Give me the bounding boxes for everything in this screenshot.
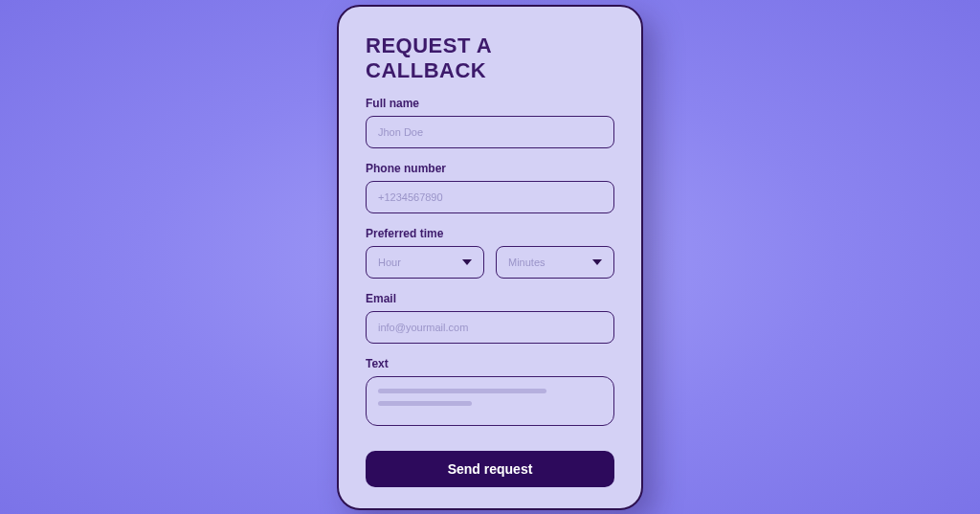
fullname-label: Full name (366, 97, 614, 110)
preferred-time-label: Preferred time (366, 227, 614, 240)
email-group: Email (366, 292, 614, 344)
email-label: Email (366, 292, 614, 305)
hour-select-placeholder: Hour (378, 257, 401, 268)
phone-group: Phone number (366, 162, 614, 213)
minutes-select-placeholder: Minutes (508, 257, 546, 268)
caret-down-icon (462, 259, 472, 265)
callback-form-card: REQUEST A CALLBACK Full name Phone numbe… (337, 5, 643, 510)
minutes-select[interactable]: Minutes (496, 246, 614, 279)
text-placeholder-line (378, 389, 546, 393)
hour-select[interactable]: Hour (366, 246, 484, 279)
text-placeholder-line (378, 401, 472, 406)
phone-input[interactable] (366, 181, 614, 213)
caret-down-icon (592, 259, 602, 265)
fullname-input[interactable] (366, 116, 614, 148)
send-request-button[interactable]: Send request (366, 451, 614, 487)
preferred-time-group: Preferred time Hour Minutes (366, 227, 614, 279)
text-textarea[interactable] (366, 376, 614, 426)
text-label: Text (366, 357, 614, 370)
fullname-group: Full name (366, 97, 614, 148)
time-select-row: Hour Minutes (366, 246, 614, 279)
text-group: Text (366, 357, 614, 426)
email-input[interactable] (366, 311, 614, 344)
form-title: REQUEST A CALLBACK (366, 34, 614, 83)
phone-label: Phone number (366, 162, 614, 175)
